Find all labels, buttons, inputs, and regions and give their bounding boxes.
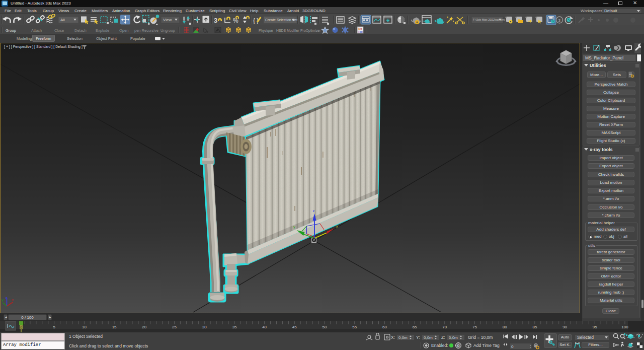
svg-text:95: 95 bbox=[593, 325, 597, 329]
svg-text:Tool: Tool bbox=[358, 30, 364, 33]
svg-text:HSDS Modifier: HSDS Modifier bbox=[276, 29, 299, 32]
svg-text:pen Recursive: pen Recursive bbox=[134, 28, 158, 33]
svg-text:90: 90 bbox=[562, 325, 567, 329]
svg-text:Group: Group bbox=[6, 28, 16, 33]
svg-text:All: All bbox=[60, 18, 65, 22]
svg-text:Physique: Physique bbox=[259, 29, 273, 33]
svg-text:5: 5 bbox=[53, 325, 55, 329]
svg-text:0: 0 bbox=[511, 344, 514, 349]
svg-text:75: 75 bbox=[472, 325, 477, 329]
svg-text:40: 40 bbox=[262, 325, 267, 329]
svg-text:65: 65 bbox=[413, 325, 417, 329]
svg-text:ProOptimizer: ProOptimizer bbox=[300, 29, 321, 33]
svg-text:60: 60 bbox=[382, 325, 387, 329]
svg-text:35: 35 bbox=[232, 325, 236, 329]
svg-text:Explode: Explode bbox=[96, 28, 109, 33]
svg-text:100: 100 bbox=[621, 325, 628, 329]
svg-text:Attach: Attach bbox=[31, 28, 42, 33]
svg-text:{: { bbox=[253, 17, 255, 24]
svg-text:20: 20 bbox=[142, 325, 146, 329]
svg-text:3: 3 bbox=[214, 17, 217, 24]
svg-text:70: 70 bbox=[442, 325, 447, 329]
svg-text:30: 30 bbox=[202, 325, 207, 329]
svg-text:50: 50 bbox=[323, 325, 327, 329]
svg-text:Detach: Detach bbox=[74, 28, 87, 33]
svg-text:15: 15 bbox=[112, 325, 117, 329]
svg-text:3: 3 bbox=[558, 18, 561, 23]
svg-text:Close: Close bbox=[54, 28, 64, 33]
svg-text:45: 45 bbox=[292, 325, 297, 329]
svg-text:10: 10 bbox=[82, 325, 87, 329]
svg-text:80: 80 bbox=[503, 325, 507, 329]
svg-text:0: 0 bbox=[20, 326, 22, 329]
svg-text:25: 25 bbox=[172, 325, 177, 329]
svg-text:Open: Open bbox=[119, 28, 128, 33]
svg-text:Ungroup: Ungroup bbox=[160, 28, 175, 33]
svg-text:55: 55 bbox=[352, 325, 357, 329]
svg-text:View: View bbox=[163, 18, 172, 22]
svg-text:85: 85 bbox=[532, 325, 537, 329]
